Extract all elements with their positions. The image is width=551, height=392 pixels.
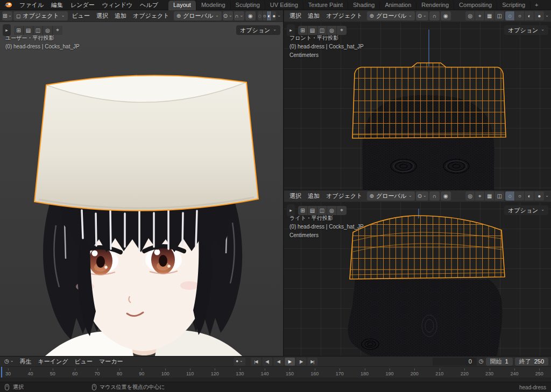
viewport-menu-item[interactable]: 追加 — [305, 192, 323, 200]
visibility-toggle-icon[interactable]: ◫ — [495, 11, 504, 20]
proportional-edit-toggle[interactable]: ◉ — [245, 11, 256, 20]
pivot-point-dropdown[interactable]: ⊙ ⌄ — [416, 11, 428, 20]
viewport-menu-item[interactable]: 追加 — [111, 12, 130, 20]
auto-keying-toggle[interactable]: ● ⌄ — [234, 358, 245, 366]
frame-end-field[interactable]: 終了 250 — [515, 358, 548, 366]
shading-mode-button[interactable]: ○ — [515, 191, 525, 201]
hat-object-selected[interactable] — [34, 75, 258, 211]
workspace-tab[interactable]: Sculpting — [231, 1, 265, 10]
toolbar-expand-button[interactable]: ▸ — [3, 24, 11, 36]
overlay-toggle-icon[interactable]: ◎ — [43, 26, 53, 35]
viewport-menu-item[interactable]: オブジェクト — [323, 192, 366, 200]
workspace-tab[interactable]: Compositing — [454, 1, 497, 10]
viewport-menu-item[interactable]: ビュー — [69, 12, 94, 20]
overlay-toggle-icon[interactable]: ⊞ — [298, 206, 308, 215]
transform-orientation-dropdown[interactable]: ⊕ グローバル ⌄ — [367, 11, 415, 20]
visibility-toggle-icon[interactable]: ⌖ — [475, 191, 485, 201]
visibility-toggle-icon[interactable]: ▦ — [485, 191, 495, 201]
overlay-toggle-icon[interactable]: ⌖ — [337, 26, 347, 35]
overlay-toggle-icon[interactable]: ⌖ — [337, 206, 347, 215]
pivot-point-dropdown[interactable]: ⊙ ⌄ — [223, 11, 233, 20]
current-frame-field[interactable]: 0 — [433, 358, 477, 366]
overlay-toggle-icon[interactable]: ⊞ — [14, 26, 24, 35]
transport-button[interactable]: ◀| — [262, 358, 272, 366]
workspace-tab[interactable]: UV Editing — [265, 1, 303, 10]
stopwatch-icon[interactable]: ◷ — [479, 359, 484, 364]
workspace-tab[interactable]: Modeling — [196, 1, 231, 10]
viewport-front-canvas[interactable] — [284, 10, 551, 190]
shading-mode-button[interactable]: ◌ — [505, 191, 515, 201]
viewport-user-canvas[interactable] — [0, 10, 283, 356]
viewport-menu-item[interactable]: オブジェクト — [130, 12, 173, 20]
workspace-tab[interactable]: Layout — [168, 1, 196, 10]
overlay-toggle-icon[interactable]: ◫ — [317, 26, 327, 35]
shading-mode-button[interactable]: ○ — [263, 11, 267, 20]
workspace-tab[interactable]: Animation — [380, 1, 416, 10]
playhead[interactable] — [1, 367, 2, 377]
transport-button[interactable]: ◀ — [273, 358, 284, 366]
timeline-menu-item[interactable]: キーイング — [34, 358, 71, 366]
overlay-toggle-icon[interactable]: ◎ — [327, 26, 337, 35]
proportional-edit-toggle[interactable]: ◉ — [441, 191, 451, 201]
mode-dropdown[interactable]: ◻ オブジェクト ⌄ — [13, 11, 68, 20]
options-dropdown[interactable]: オプション ⌄ — [236, 25, 280, 35]
workspace-tab[interactable]: Texture Paint — [303, 1, 348, 10]
shading-mode-button[interactable]: ○ — [515, 11, 525, 20]
topbar-menu-item[interactable]: レンダー — [67, 0, 98, 10]
snap-toggle[interactable]: ∩ ⌄ — [234, 11, 244, 20]
visibility-toggle-icon[interactable]: ◎ — [465, 11, 475, 20]
overlay-toggle-icon[interactable]: ◫ — [317, 206, 327, 215]
viewport-menu-item[interactable]: 選択 — [286, 12, 305, 20]
toolbar-expand-button[interactable]: ▸ — [287, 24, 295, 36]
overlay-toggle-icon[interactable]: ▤ — [24, 26, 33, 35]
transport-button[interactable]: ▶| — [307, 358, 317, 366]
shading-mode-button[interactable]: ◐ — [525, 11, 534, 20]
visibility-toggle-icon[interactable]: ▦ — [485, 11, 495, 20]
visibility-toggle-icon[interactable]: ◎ — [465, 191, 475, 201]
add-workspace-button[interactable]: + — [531, 1, 542, 9]
transform-orientation-dropdown[interactable]: ⊕ グローバル ⌄ — [174, 11, 222, 20]
timeline-editor-type-button[interactable]: ◷ ⌄ — [3, 357, 15, 366]
pivot-point-dropdown[interactable]: ⊙ ⌄ — [416, 191, 428, 201]
workspace-tab[interactable]: Shading — [348, 1, 380, 10]
overlay-toggle-icon[interactable]: ◫ — [33, 26, 43, 35]
viewport-menu-item[interactable]: 選択 — [286, 192, 305, 200]
shading-mode-button[interactable]: ● — [272, 11, 276, 20]
shading-mode-button[interactable]: ◌ — [505, 11, 515, 20]
viewport-menu-item[interactable]: 追加 — [305, 12, 323, 20]
shading-mode-button[interactable]: ◐ — [267, 11, 272, 20]
shading-mode-button[interactable]: ◌ — [258, 11, 263, 20]
timeline-menu-item[interactable]: ビュー — [71, 358, 96, 366]
overlay-toggle-icon[interactable]: ▤ — [308, 26, 317, 35]
timeline-menu-item[interactable]: マーカー — [96, 358, 126, 366]
overlay-toggle-icon[interactable]: ◎ — [327, 206, 337, 215]
snap-toggle[interactable]: ∩ — [429, 191, 440, 201]
options-dropdown[interactable]: オプション ⌄ — [504, 205, 548, 215]
topbar-menu-item[interactable]: ファイル — [16, 0, 47, 10]
transport-button[interactable]: |◀ — [251, 358, 261, 366]
workspace-tab[interactable]: Rendering — [416, 1, 454, 10]
timeline-menu-item[interactable]: 再生 — [16, 358, 34, 366]
blender-logo-icon[interactable] — [4, 2, 12, 8]
visibility-toggle-icon[interactable]: ◫ — [495, 191, 504, 201]
overlay-toggle-icon[interactable]: ⌖ — [53, 26, 62, 35]
proportional-edit-toggle[interactable]: ◉ — [441, 11, 451, 20]
timeline-tracks[interactable] — [0, 377, 551, 382]
editor-type-button[interactable]: ⊞ ⌄ — [2, 11, 12, 20]
shading-mode-button[interactable]: ● — [534, 191, 544, 201]
overlay-toggle-icon[interactable]: ▤ — [308, 206, 317, 215]
overlay-toggle-icon[interactable]: ⊞ — [298, 26, 308, 35]
snap-toggle[interactable]: ∩ — [429, 11, 440, 20]
topbar-menu-item[interactable]: 編集 — [47, 0, 67, 10]
transform-orientation-dropdown[interactable]: ⊕ グローバル ⌄ — [367, 191, 415, 201]
viewport-menu-item[interactable]: 選択 — [93, 12, 111, 20]
hat-wireframe-front[interactable] — [352, 63, 506, 138]
toolbar-expand-button[interactable]: ▸ — [287, 204, 295, 216]
options-dropdown[interactable]: オプション ⌄ — [504, 25, 548, 35]
shading-mode-button[interactable]: ◐ — [525, 191, 534, 201]
workspace-tab[interactable]: Scripting — [497, 1, 531, 10]
viewport-menu-item[interactable]: オブジェクト — [323, 12, 366, 20]
topbar-menu-item[interactable]: ヘルプ — [136, 0, 162, 10]
transport-button[interactable]: ▶ — [285, 358, 295, 366]
viewport-side-canvas[interactable] — [284, 190, 551, 356]
